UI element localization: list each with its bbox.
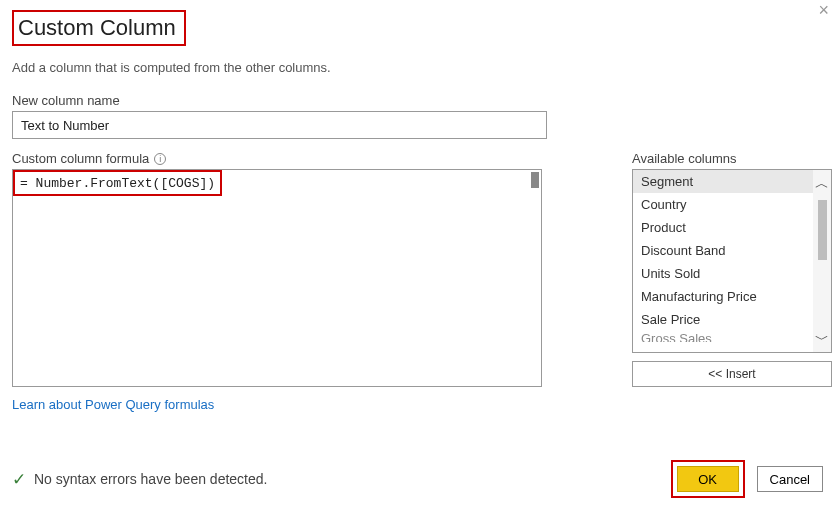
- status-text: No syntax errors have been detected.: [34, 471, 267, 487]
- column-name-input[interactable]: [12, 111, 547, 139]
- column-name-label: New column name: [12, 93, 823, 108]
- column-name-label-text: New column name: [12, 93, 120, 108]
- formula-editor[interactable]: = Number.FromText([COGS]): [12, 169, 542, 387]
- formula-text: = Number.FromText([COGS]): [13, 170, 222, 196]
- check-icon: ✓: [12, 469, 26, 490]
- list-item[interactable]: Sale Price: [633, 308, 813, 331]
- formula-label-text: Custom column formula: [12, 151, 149, 166]
- list-item[interactable]: Gross Sales: [633, 331, 813, 342]
- scrollbar-thumb[interactable]: [818, 200, 827, 260]
- list-item[interactable]: Discount Band: [633, 239, 813, 262]
- insert-button[interactable]: << Insert: [632, 361, 832, 387]
- available-columns-list[interactable]: Segment Country Product Discount Band Un…: [632, 169, 832, 353]
- chevron-down-icon[interactable]: ﹀: [815, 332, 829, 346]
- chevron-up-icon[interactable]: ︿: [815, 176, 829, 190]
- close-icon[interactable]: ×: [818, 0, 829, 21]
- list-item[interactable]: Segment: [633, 170, 813, 193]
- list-item[interactable]: Product: [633, 216, 813, 239]
- available-columns-label: Available columns: [632, 151, 832, 166]
- cancel-button[interactable]: Cancel: [757, 466, 823, 492]
- info-icon[interactable]: i: [154, 153, 166, 165]
- learn-more-link[interactable]: Learn about Power Query formulas: [12, 397, 214, 412]
- dialog-subtitle: Add a column that is computed from the o…: [12, 60, 823, 75]
- dialog-title: Custom Column: [12, 10, 186, 46]
- formula-label: Custom column formula i: [12, 151, 542, 166]
- ok-button[interactable]: OK: [677, 466, 739, 492]
- available-columns-label-text: Available columns: [632, 151, 737, 166]
- status-message: ✓ No syntax errors have been detected.: [12, 469, 267, 490]
- list-item[interactable]: Manufacturing Price: [633, 285, 813, 308]
- list-item[interactable]: Units Sold: [633, 262, 813, 285]
- list-item[interactable]: Country: [633, 193, 813, 216]
- scrollbar[interactable]: ︿ ﹀: [813, 170, 831, 352]
- formula-cursor: [531, 172, 539, 188]
